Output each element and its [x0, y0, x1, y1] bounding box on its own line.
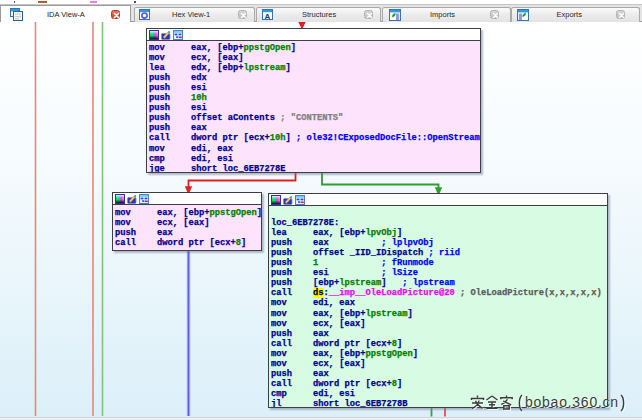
svg-text:A: A — [265, 12, 271, 21]
svg-text:bobao.360.cn: bobao.360.cn — [525, 394, 619, 410]
